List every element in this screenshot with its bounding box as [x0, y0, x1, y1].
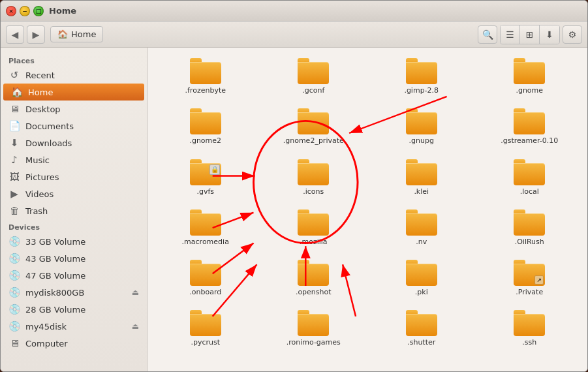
- file-label-pki: .pki: [415, 288, 428, 297]
- file-item-gnome2[interactable]: .gnome2: [154, 104, 257, 149]
- minimize-button[interactable]: −: [20, 6, 30, 16]
- my45disk-icon: 💿: [8, 320, 20, 332]
- desktop-icon: 🖥: [8, 103, 20, 115]
- file-item-gnome[interactable]: .gnome: [478, 54, 581, 99]
- sidebar-item-mydisk800[interactable]: 💿 mydisk800GB ⏏: [1, 284, 147, 301]
- toolbar: ◀ ▶ 🏠 Home 🔍 ☰ ⊞ ⬇ ⚙: [1, 22, 587, 48]
- sidebar-item-trash[interactable]: 🗑 Trash: [1, 202, 147, 219]
- sidebar-item-desktop[interactable]: 🖥 Desktop: [1, 101, 147, 117]
- file-label-gimp28: .gimp-2.8: [404, 86, 439, 95]
- sidebar-label-videos: Videos: [25, 189, 54, 199]
- sidebar-item-vol28[interactable]: 💿 28 GB Volume: [1, 301, 147, 318]
- file-item-frozenbyte[interactable]: .frozenbyte: [154, 54, 257, 99]
- file-item-pki[interactable]: .pki: [370, 256, 473, 301]
- sidebar-label-vol47: 47 GB Volume: [25, 271, 85, 281]
- folder-icon-private: ↗: [514, 260, 545, 286]
- folder-icon-gvfs: 🔒: [190, 159, 221, 185]
- file-item-openshot[interactable]: .openshot: [262, 256, 365, 301]
- sidebar-item-recent[interactable]: ↺ Recent: [1, 67, 147, 84]
- file-item-ronimogames[interactable]: .ronimo-games: [262, 306, 365, 351]
- folder-icon-icons: [298, 159, 329, 185]
- folder-icon-ssh: [514, 310, 545, 336]
- lock-overlay: 🔒: [209, 164, 220, 175]
- file-item-gnupg[interactable]: .gnupg: [370, 104, 473, 149]
- vol33-icon: 💿: [8, 236, 20, 247]
- file-item-gstreamer[interactable]: .gstreamer-0.10: [478, 104, 581, 149]
- file-item-local[interactable]: .local: [478, 155, 581, 200]
- home-icon: 🏠: [57, 29, 68, 39]
- sidebar-label-vol33: 33 GB Volume: [25, 237, 85, 247]
- forward-button[interactable]: ▶: [27, 25, 45, 44]
- main-content: Places ↺ Recent 🏠 Home 🖥 Desktop 📄 Docum…: [1, 48, 587, 371]
- sidebar-item-home[interactable]: 🏠 Home: [3, 84, 144, 101]
- folder-icon-gnupg: [406, 108, 437, 134]
- file-label-nv: .nv: [416, 238, 427, 247]
- file-label-gnome2: .gnome2: [189, 136, 221, 146]
- sidebar-item-vol33[interactable]: 💿 33 GB Volume: [1, 233, 147, 250]
- file-item-mozilla[interactable]: .mozilla: [262, 206, 365, 251]
- file-item-pycrust[interactable]: .pycrust: [154, 306, 257, 351]
- folder-icon-mozilla: [298, 209, 329, 236]
- file-item-gconf[interactable]: .gconf: [262, 54, 365, 99]
- sidebar-label-documents: Documents: [25, 121, 74, 131]
- sidebar-item-videos[interactable]: ▶ Videos: [1, 185, 147, 202]
- home-button[interactable]: 🏠 Home: [50, 26, 103, 42]
- file-label-mozilla: .mozilla: [300, 238, 328, 247]
- places-section-title: Places: [1, 53, 147, 67]
- file-label-klei: .klei: [414, 187, 429, 196]
- file-label-openshot: .openshot: [296, 288, 332, 297]
- file-label-oilrush: .OilRush: [515, 238, 544, 247]
- sidebar-item-my45disk[interactable]: 💿 my45disk ⏏: [1, 318, 147, 335]
- sidebar-label-downloads: Downloads: [25, 138, 72, 148]
- recent-icon: ↺: [8, 69, 20, 81]
- sidebar-item-documents[interactable]: 📄 Documents: [1, 117, 147, 134]
- vol47-icon: 💿: [8, 270, 20, 281]
- folder-icon-oilrush: [514, 209, 545, 236]
- sidebar-label-trash: Trash: [25, 206, 48, 216]
- file-label-gconf: .gconf: [302, 86, 324, 95]
- folder-icon-gconf: [298, 58, 329, 84]
- file-item-ssh[interactable]: .ssh: [478, 306, 581, 351]
- sidebar-item-downloads[interactable]: ⬇ Downloads: [1, 134, 147, 151]
- file-item-oilrush[interactable]: .OilRush: [478, 206, 581, 251]
- download-button[interactable]: ⬇: [540, 25, 559, 44]
- search-button[interactable]: 🔍: [478, 25, 497, 44]
- file-item-nv[interactable]: .nv: [370, 206, 473, 251]
- list-view-button[interactable]: ☰: [501, 25, 520, 44]
- sidebar-label-pictures: Pictures: [25, 172, 59, 182]
- file-label-gnome2private: .gnome2_private: [283, 136, 344, 146]
- home-label: Home: [71, 29, 96, 39]
- sidebar-item-vol43[interactable]: 💿 43 GB Volume: [1, 250, 147, 267]
- file-item-gimp28[interactable]: .gimp-2.8: [370, 54, 473, 99]
- file-item-shutter[interactable]: .shutter: [370, 306, 473, 351]
- sidebar-item-pictures[interactable]: 🖼 Pictures: [1, 168, 147, 185]
- sidebar-label-music: Music: [25, 155, 50, 165]
- maximize-button[interactable]: □: [33, 6, 44, 16]
- file-item-private[interactable]: ↗.Private: [478, 256, 581, 301]
- sidebar-item-computer[interactable]: 🖥 Computer: [1, 335, 147, 352]
- file-item-gvfs[interactable]: 🔒.gvfs: [154, 155, 257, 200]
- devices-section-title: Devices: [1, 219, 147, 233]
- file-grid: .frozenbyte.gconf.gimp-2.8.gnome.gnome2.…: [154, 54, 581, 352]
- sidebar-item-vol47[interactable]: 💿 47 GB Volume: [1, 267, 147, 284]
- file-item-icons[interactable]: .icons: [262, 155, 365, 200]
- file-item-gnome2private[interactable]: .gnome2_private: [262, 104, 365, 149]
- file-item-klei[interactable]: .klei: [370, 155, 473, 200]
- videos-icon: ▶: [8, 188, 20, 200]
- close-button[interactable]: ×: [6, 6, 16, 16]
- settings-button[interactable]: ⚙: [563, 25, 582, 44]
- eject-icon-my45disk[interactable]: ⏏: [132, 322, 139, 331]
- eject-icon-mydisk800[interactable]: ⏏: [132, 288, 139, 297]
- documents-icon: 📄: [8, 120, 20, 132]
- pictures-icon: 🖼: [8, 171, 20, 183]
- grid-view-button[interactable]: ⊞: [520, 25, 540, 44]
- file-manager-window: × − □ Home ◀ ▶ 🏠 Home 🔍 ☰ ⊞ ⬇ ⚙ Places: [0, 0, 588, 372]
- file-item-macromedia[interactable]: .macromedia: [154, 206, 257, 251]
- file-label-onboard: .onboard: [189, 288, 221, 297]
- sidebar-item-music[interactable]: ♪ Music: [1, 151, 147, 168]
- file-item-onboard[interactable]: .onboard: [154, 256, 257, 301]
- back-button[interactable]: ◀: [6, 25, 24, 44]
- folder-icon-klei: [406, 159, 437, 185]
- titlebar: × − □ Home: [1, 1, 587, 22]
- folder-icon-nv: [406, 209, 437, 236]
